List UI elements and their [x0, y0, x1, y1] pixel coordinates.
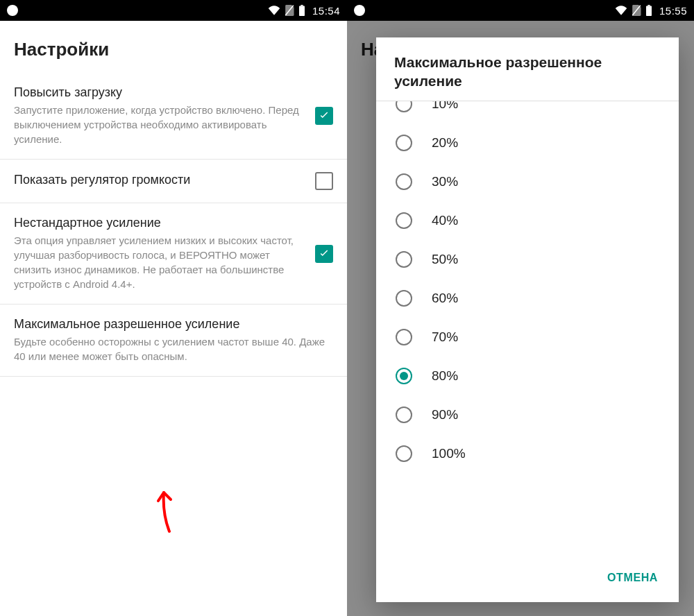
status-clock: 15:55 [659, 5, 687, 17]
radio-icon[interactable] [396, 173, 412, 190]
status-icons: 15:55 [615, 5, 687, 17]
settings-list: Повысить загрузку Запустите приложение, … [0, 73, 347, 616]
no-sim-icon [632, 5, 641, 16]
cancel-button[interactable]: ОТМЕНА [599, 566, 666, 590]
battery-icon [298, 5, 305, 16]
radio-label: 40% [432, 213, 458, 228]
radio-icon[interactable] [396, 329, 412, 345]
status-bar: 15:55 [347, 0, 694, 21]
radio-option-40[interactable]: 40% [383, 201, 672, 240]
radio-label: 30% [432, 174, 458, 189]
radio-label: 60% [432, 291, 458, 306]
radio-option-70[interactable]: 70% [383, 318, 672, 357]
svg-rect-1 [299, 6, 305, 16]
radio-icon[interactable] [396, 101, 412, 112]
radio-icon[interactable] [396, 135, 412, 151]
checkbox-nonstandard-gain[interactable] [315, 245, 333, 263]
setting-max-allowed-gain[interactable]: Максимальное разрешенное усиление Будьте… [0, 305, 347, 377]
radio-label: 50% [432, 252, 458, 267]
radio-label: 70% [432, 330, 458, 345]
radio-option-50[interactable]: 50% [383, 240, 672, 279]
status-clock: 15:54 [312, 5, 340, 17]
status-camera-dot [7, 5, 18, 16]
svg-rect-2 [301, 5, 303, 6]
status-icons: 15:54 [268, 5, 340, 17]
svg-rect-4 [646, 6, 652, 16]
checkbox-boost-on-boot[interactable] [315, 107, 333, 125]
radio-option-10[interactable]: 10% [383, 101, 672, 123]
radio-option-60[interactable]: 60% [383, 279, 672, 318]
radio-list[interactable]: 10% 20% 30% 40% 50% 60% [376, 101, 679, 556]
setting-boost-on-boot[interactable]: Повысить загрузку Запустите приложение, … [0, 73, 347, 160]
radio-option-100[interactable]: 100% [383, 434, 672, 473]
setting-desc: Эта опция управляет усилением низких и в… [14, 233, 304, 291]
setting-nonstandard-gain[interactable]: Нестандартное усиление Эта опция управля… [0, 203, 347, 305]
radio-label: 80% [432, 368, 458, 384]
svg-rect-5 [648, 5, 650, 6]
radio-option-20[interactable]: 20% [383, 123, 672, 162]
battery-icon [645, 5, 652, 16]
screen-left-settings: 15:54 Настройки Повысить загрузку Запуст… [0, 0, 347, 616]
no-sim-icon [285, 5, 294, 16]
radio-icon[interactable] [396, 251, 412, 268]
status-camera-dot [354, 5, 365, 16]
setting-title: Максимальное разрешенное усиление [14, 317, 333, 332]
page-title: Настройки [0, 21, 347, 73]
dialog-title: Максимальное разрешенное усиление [376, 37, 679, 101]
radio-icon[interactable] [396, 368, 412, 384]
dialog-actions: ОТМЕНА [376, 556, 679, 602]
radio-option-90[interactable]: 90% [383, 395, 672, 434]
radio-icon[interactable] [396, 290, 412, 307]
radio-icon[interactable] [396, 212, 412, 229]
wifi-icon [615, 6, 627, 15]
radio-icon[interactable] [396, 407, 412, 423]
radio-label: 90% [432, 407, 458, 422]
radio-label: 100% [432, 446, 466, 461]
radio-icon[interactable] [396, 445, 412, 462]
status-bar: 15:54 [0, 0, 347, 21]
setting-title: Нестандартное усиление [14, 216, 304, 230]
radio-option-30[interactable]: 30% [383, 162, 672, 201]
setting-show-volume-control[interactable]: Показать регулятор громкости [0, 160, 347, 203]
screen-right-dialog: 15:55 Настройки Максимальное разрешенное… [347, 0, 694, 616]
setting-desc: Запустите приложение, когда устройство в… [14, 103, 304, 146]
setting-title: Показать регулятор громкости [14, 173, 304, 187]
radio-label: 10% [432, 101, 458, 112]
dialog-max-gain: Максимальное разрешенное усиление 10% 20… [376, 37, 679, 602]
checkbox-show-volume-control[interactable] [315, 172, 333, 190]
setting-desc: Будьте особенно осторожны с усилением ча… [14, 334, 333, 363]
wifi-icon [268, 6, 280, 15]
setting-title: Повысить загрузку [14, 85, 304, 100]
radio-label: 20% [432, 135, 458, 151]
radio-option-80[interactable]: 80% [383, 357, 672, 395]
